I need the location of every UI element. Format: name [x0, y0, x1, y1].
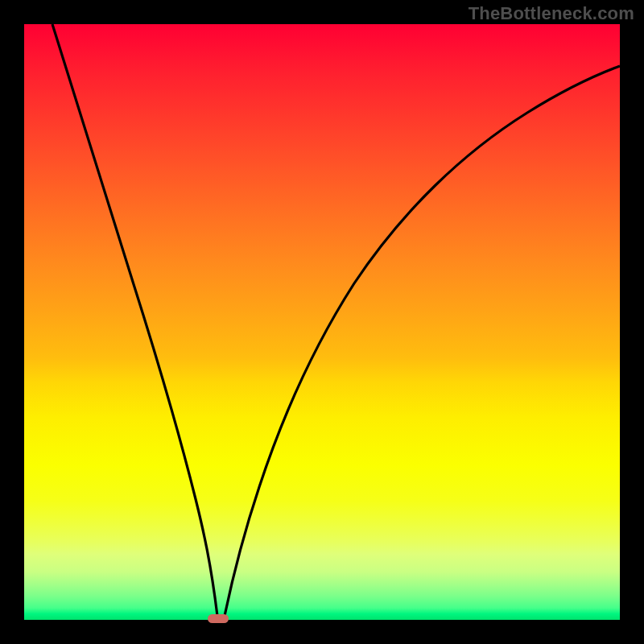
- watermark-text: TheBottleneck.com: [469, 3, 634, 24]
- minimum-marker: [208, 614, 229, 623]
- bottleneck-curve-path: [52, 24, 620, 617]
- plot-area: [24, 24, 620, 620]
- chart-svg: [24, 24, 620, 620]
- chart-frame: TheBottleneck.com: [0, 0, 644, 644]
